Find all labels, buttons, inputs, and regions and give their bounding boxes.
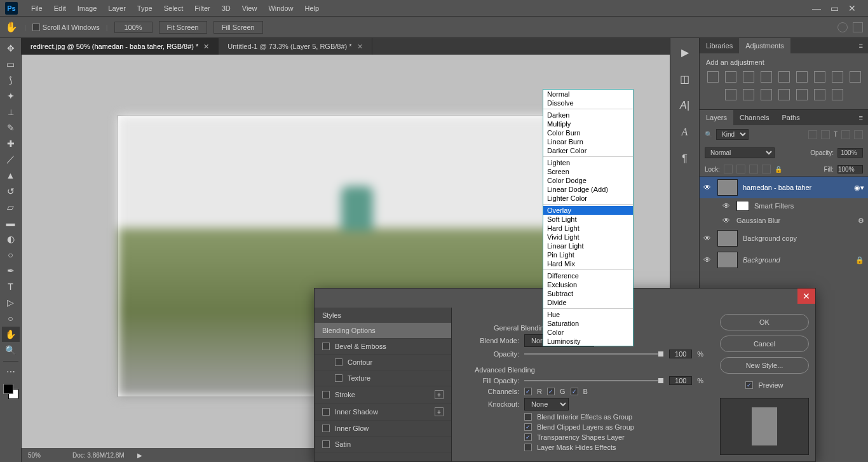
lasso-tool[interactable]: ⟆	[2, 72, 20, 88]
filter-settings-icon[interactable]: ⚙	[858, 217, 864, 225]
layers-menu-icon[interactable]: ≡	[854, 110, 868, 125]
menu-3d[interactable]: 3D	[216, 2, 236, 15]
blend-mode-option[interactable]: Overlay	[543, 206, 633, 215]
adjustment-icon[interactable]	[796, 89, 808, 100]
new-style-button[interactable]: New Style...	[720, 357, 809, 374]
channel-r-checkbox[interactable]	[524, 388, 532, 395]
tab-layers[interactable]: Layers	[700, 110, 733, 125]
fill-opacity-slider[interactable]	[524, 380, 664, 381]
filter-adj-icon[interactable]	[821, 130, 830, 139]
adjustment-icon[interactable]	[778, 89, 790, 100]
layer-row[interactable]: 👁Background🔒	[700, 249, 868, 271]
blend-option-checkbox[interactable]	[524, 423, 532, 431]
knockout-select[interactable]: None	[524, 398, 569, 411]
style-category[interactable]: Satin	[315, 437, 451, 452]
menu-view[interactable]: View	[236, 2, 263, 15]
blend-mode-option[interactable]: Linear Dodge (Add)	[543, 185, 633, 194]
zoom-tool[interactable]: 🔍	[2, 343, 20, 358]
style-category[interactable]: Contour	[315, 355, 451, 370]
blend-mode-option[interactable]: Difference	[543, 271, 633, 280]
adjustment-icon[interactable]	[725, 89, 736, 100]
window-maximize[interactable]: ▭	[830, 4, 839, 13]
style-checkbox[interactable]	[335, 358, 342, 366]
blend-mode-option[interactable]: Vivid Light	[543, 233, 633, 241]
blend-mode-option[interactable]: Dissolve	[543, 99, 633, 107]
blend-mode-option[interactable]: Color	[543, 328, 633, 337]
adjustment-icon[interactable]	[850, 71, 861, 83]
fit-screen-button[interactable]: Fit Screen	[159, 21, 207, 34]
blend-mode-option[interactable]: Subtract	[543, 289, 633, 298]
dialog-close-button[interactable]: ✕	[797, 289, 815, 304]
style-checkbox[interactable]	[322, 408, 330, 416]
style-checkbox[interactable]	[322, 343, 330, 350]
panel-menu-icon[interactable]: ≡	[854, 38, 868, 53]
menu-layer[interactable]: Layer	[102, 2, 132, 15]
filter-shape-icon[interactable]	[841, 130, 850, 139]
status-zoom[interactable]	[28, 452, 60, 459]
adjustment-icon[interactable]	[761, 71, 772, 83]
adjustment-icon[interactable]	[814, 71, 825, 83]
adjustment-icon[interactable]	[778, 71, 790, 83]
character-icon[interactable]: A|	[676, 97, 694, 114]
fill-screen-button[interactable]: Fill Screen	[214, 21, 263, 34]
blend-mode-option[interactable]: Darker Color	[543, 146, 633, 155]
preview-checkbox[interactable]	[745, 381, 753, 389]
tab-close-icon[interactable]: ✕	[203, 43, 209, 51]
fill-input[interactable]	[837, 165, 863, 173]
menu-help[interactable]: Help	[299, 2, 325, 15]
layer-row[interactable]: 👁hamedan - baba taher◉▾	[700, 177, 868, 198]
adjustment-icon[interactable]	[832, 89, 843, 100]
blend-mode-option[interactable]: Lighten	[543, 158, 633, 167]
blend-mode-option[interactable]: Soft Light	[543, 215, 633, 224]
gradient-tool[interactable]: ▬	[2, 215, 20, 231]
menu-image[interactable]: Image	[72, 2, 103, 15]
visibility-icon[interactable]: 👁	[722, 216, 731, 225]
style-checkbox[interactable]	[322, 425, 330, 432]
tab-close-icon[interactable]: ✕	[357, 43, 363, 51]
rail-icon-1[interactable]: ◫	[676, 70, 694, 88]
play-icon[interactable]: ▶	[676, 43, 694, 61]
blend-mode-option[interactable]: Divide	[543, 298, 633, 307]
healing-tool[interactable]: ✚	[2, 136, 20, 151]
color-swatches[interactable]	[2, 383, 20, 400]
adjustment-icon[interactable]	[814, 89, 825, 100]
menu-window[interactable]: Window	[262, 2, 299, 15]
tab-adjustments[interactable]: Adjustments	[739, 38, 790, 53]
hand-tool[interactable]: ✋	[2, 327, 20, 342]
magic-wand-tool[interactable]: ✦	[2, 88, 20, 104]
search-icon[interactable]	[837, 22, 848, 32]
eyedropper-tool[interactable]: ✎	[2, 120, 20, 135]
zoom-input[interactable]	[114, 22, 153, 33]
menu-filter[interactable]: Filter	[189, 2, 215, 15]
history-brush-tool[interactable]: ↺	[2, 184, 20, 199]
style-checkbox[interactable]	[322, 391, 330, 398]
adjustment-icon[interactable]	[743, 71, 754, 83]
lock-all-icon[interactable]: 🔒	[775, 166, 782, 173]
style-category[interactable]: Bevel & Emboss	[315, 339, 451, 355]
lock-artboard-icon[interactable]	[762, 165, 771, 173]
window-minimize[interactable]: —	[812, 4, 821, 13]
add-effect-icon[interactable]: +	[435, 407, 444, 416]
style-category[interactable]: Inner Shadow+	[315, 404, 451, 421]
dodge-tool[interactable]: ○	[2, 247, 20, 262]
filter-pixel-icon[interactable]	[808, 130, 817, 139]
tab-channels[interactable]: Channels	[733, 110, 775, 125]
shape-tool[interactable]: ○	[2, 311, 20, 326]
style-category[interactable]: Texture	[315, 370, 451, 386]
visibility-icon[interactable]: 👁	[703, 255, 712, 264]
window-close[interactable]: ✕	[848, 4, 857, 13]
blend-mode-option[interactable]: Color Dodge	[543, 176, 633, 185]
blend-mode-option[interactable]: Pin Light	[543, 250, 633, 259]
layer-row[interactable]: 👁Gaussian Blur⚙	[700, 214, 868, 228]
channel-g-checkbox[interactable]	[547, 388, 555, 395]
styles-heading[interactable]: Styles	[315, 308, 451, 323]
filter-type-icon[interactable]: T	[834, 131, 837, 138]
filter-smart-icon[interactable]	[854, 130, 863, 139]
tab-paths[interactable]: Paths	[776, 110, 806, 125]
layer-row[interactable]: 👁Smart Filters	[700, 198, 868, 214]
style-checkbox[interactable]	[335, 374, 342, 382]
blend-option-checkbox[interactable]	[524, 413, 532, 421]
adjustment-icon[interactable]	[761, 89, 772, 100]
adjustment-icon[interactable]	[707, 71, 719, 83]
visibility-icon[interactable]: 👁	[703, 183, 712, 192]
